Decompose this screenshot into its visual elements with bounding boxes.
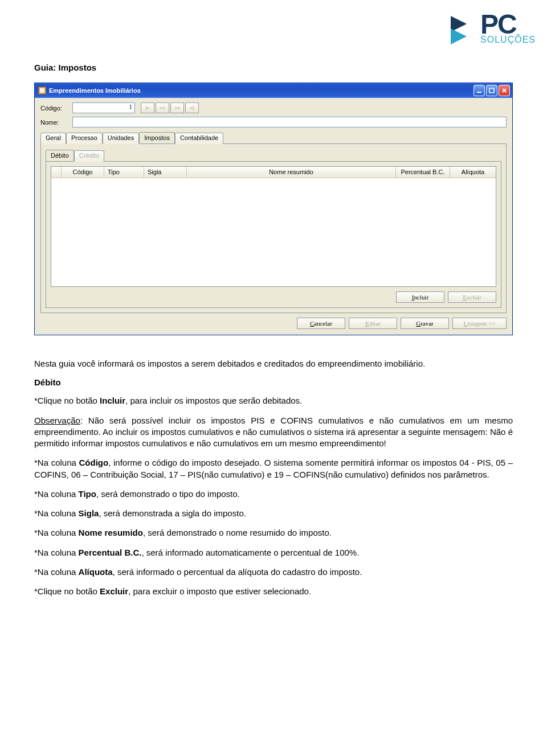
window-title: Empreendimentos Imobiliários — [49, 87, 141, 94]
paragraph: Nesta guia você informará os impostos a … — [34, 358, 513, 369]
tab-contabilidade[interactable]: Contabilidade — [175, 133, 223, 144]
window: Empreendimentos Imobiliários Código: 1 |… — [34, 83, 513, 335]
tab-credito[interactable]: Crédito — [74, 150, 104, 162]
codigo-row: Código: 1 |< << >> >| — [40, 102, 507, 113]
logo-text: PC SOLUÇÕES — [480, 12, 536, 44]
logo: PC SOLUÇÕES — [446, 11, 536, 46]
tab-debito[interactable]: Débito — [46, 150, 74, 161]
header-logo: PC SOLUÇÕES — [34, 11, 536, 46]
nav-prev-button[interactable]: << — [156, 102, 169, 113]
paragraph: *Na coluna Percentual B.C., será informa… — [34, 547, 513, 558]
footer-buttons: Cancelar Editar Gravar Listagem >> — [40, 318, 507, 329]
titlebar-left: Empreendimentos Imobiliários — [38, 87, 141, 94]
listagem-button[interactable]: Listagem >> — [452, 318, 507, 329]
grid-body[interactable] — [51, 178, 496, 286]
paragraph: *Na coluna Código, informe o código do i… — [34, 457, 513, 480]
tab-impostos[interactable]: Impostos — [139, 132, 175, 143]
tab-processo[interactable]: Processo — [66, 133, 103, 144]
grid-header: Código Tipo Sigla Nome resumido Percentu… — [51, 167, 496, 178]
record-nav: |< << >> >| — [141, 102, 199, 113]
paragraph: *Na coluna Sigla, será demonstrada a sig… — [34, 508, 513, 519]
cancelar-button[interactable]: Cancelar — [297, 318, 345, 329]
close-button[interactable] — [499, 85, 510, 96]
debito-heading: Débito — [34, 377, 513, 387]
grid: Código Tipo Sigla Nome resumido Percentu… — [51, 166, 496, 287]
logo-main: PC — [480, 12, 536, 36]
col-perc[interactable]: Percentual B.C. — [396, 167, 450, 178]
codigo-label: Código: — [40, 105, 69, 112]
col-sigla[interactable]: Sigla — [144, 167, 187, 178]
titlebar: Empreendimentos Imobiliários — [35, 83, 512, 98]
nome-input[interactable] — [72, 117, 507, 128]
nav-first-button[interactable]: |< — [141, 102, 154, 113]
svg-marker-0 — [451, 16, 467, 32]
codigo-input[interactable]: 1 — [72, 102, 135, 113]
paragraph: *Clique no botão Incluir, para incluir o… — [34, 395, 513, 406]
paragraph: Observação: Não será possível incluir os… — [34, 415, 513, 450]
grid-corner — [51, 167, 62, 178]
paragraph: *Na coluna Nome resumido, será demonstra… — [34, 527, 513, 539]
section-title: Guia: Impostos — [34, 63, 513, 72]
main-tabs: Geral Processo Unidades Impostos Contabi… — [40, 132, 507, 144]
maximize-button[interactable] — [486, 85, 497, 96]
svg-marker-1 — [451, 28, 467, 44]
window-controls — [473, 85, 510, 96]
minimize-button[interactable] — [473, 85, 485, 96]
col-codigo[interactable]: Código — [62, 167, 104, 178]
logo-sub: SOLUÇÕES — [480, 35, 536, 45]
col-tipo[interactable]: Tipo — [104, 167, 144, 178]
sub-tabs: Débito Crédito — [46, 150, 501, 162]
logo-mark-icon — [446, 11, 476, 46]
gravar-button[interactable]: Gravar — [401, 318, 449, 329]
editar-button[interactable]: Editar — [349, 318, 397, 329]
window-icon — [38, 87, 46, 94]
col-nome[interactable]: Nome resumido — [187, 167, 396, 178]
paragraph: *Na coluna Alíquota, será informado o pe… — [34, 566, 513, 578]
nav-next-button[interactable]: >> — [170, 102, 184, 113]
incluir-button[interactable]: Incluir — [396, 291, 444, 303]
debito-panel: Código Tipo Sigla Nome resumido Percentu… — [46, 162, 501, 308]
impostos-panel: Débito Crédito Código Tipo Sigla Nome re… — [40, 144, 507, 313]
svg-rect-3 — [489, 88, 494, 93]
svg-rect-2 — [477, 92, 481, 93]
excluir-button[interactable]: Excluir — [448, 291, 496, 303]
paragraph: *Na coluna Tipo, será demonstrado o tipo… — [34, 488, 513, 500]
nav-last-button[interactable]: >| — [185, 102, 199, 113]
tab-geral[interactable]: Geral — [40, 133, 66, 144]
nome-label: Nome: — [40, 119, 69, 126]
tab-unidades[interactable]: Unidades — [103, 133, 139, 144]
window-body: Código: 1 |< << >> >| Nome: Geral Proces… — [35, 98, 512, 335]
col-aliq[interactable]: Alíquota — [450, 167, 496, 178]
document-body: Nesta guia você informará os impostos a … — [34, 358, 513, 597]
nome-row: Nome: — [40, 117, 507, 128]
paragraph: *Clique no botão Excluir, para excluir o… — [34, 586, 513, 597]
grid-buttons: Incluir Excluir — [51, 291, 496, 303]
